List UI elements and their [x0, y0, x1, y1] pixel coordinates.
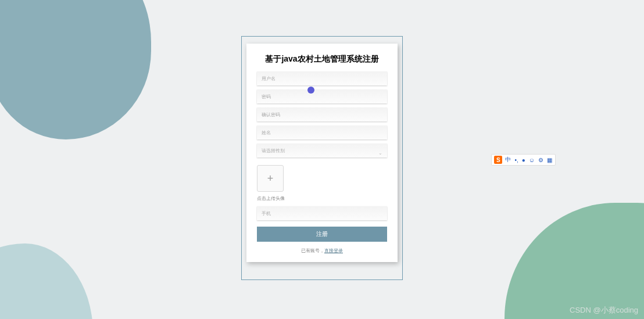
avatar-upload-box[interactable]: + [257, 165, 284, 192]
ime-item-settings-icon[interactable]: ⚙ [538, 157, 544, 163]
ime-item-mic-icon[interactable]: ● [521, 157, 526, 163]
login-link[interactable]: 直接登录 [324, 248, 343, 253]
ime-item-emoji-icon[interactable]: ☺ [528, 157, 535, 163]
ime-item-grid-icon[interactable]: ▦ [546, 157, 553, 163]
gender-select[interactable] [257, 144, 387, 157]
ime-item-lang[interactable]: 中 [505, 156, 511, 164]
avatar-upload-label: 点击上传头像 [257, 195, 387, 202]
decorative-blob-right [505, 203, 644, 319]
phone-input[interactable] [257, 206, 387, 220]
ime-item-punct[interactable]: •, [514, 157, 518, 163]
password-input[interactable] [257, 89, 387, 103]
register-button[interactable]: 注册 [257, 227, 387, 242]
decorative-blob-top-left [0, 0, 151, 139]
registration-form-panel: 基于java农村土地管理系统注册 ⌄ + 点击上传头像 注册 已有账号，直接登录 [246, 44, 398, 262]
page-title: 基于java农村土地管理系统注册 [257, 54, 387, 64]
cursor-indicator [307, 87, 314, 94]
name-input[interactable] [257, 126, 387, 139]
ime-toolbar[interactable]: S 中 •, ● ☺ ⚙ ▦ [491, 154, 556, 166]
confirm-password-input[interactable] [257, 107, 387, 121]
has-account-text: 已有账号， [301, 248, 324, 253]
ime-logo-icon[interactable]: S [494, 156, 502, 164]
watermark: CSDN @小蔡coding [570, 305, 638, 316]
bottom-links: 已有账号，直接登录 [257, 248, 387, 254]
gender-select-wrapper: ⌄ [257, 144, 387, 162]
decorative-blob-bottom-left [0, 243, 93, 319]
plus-icon: + [267, 173, 274, 185]
username-input[interactable] [257, 71, 387, 85]
